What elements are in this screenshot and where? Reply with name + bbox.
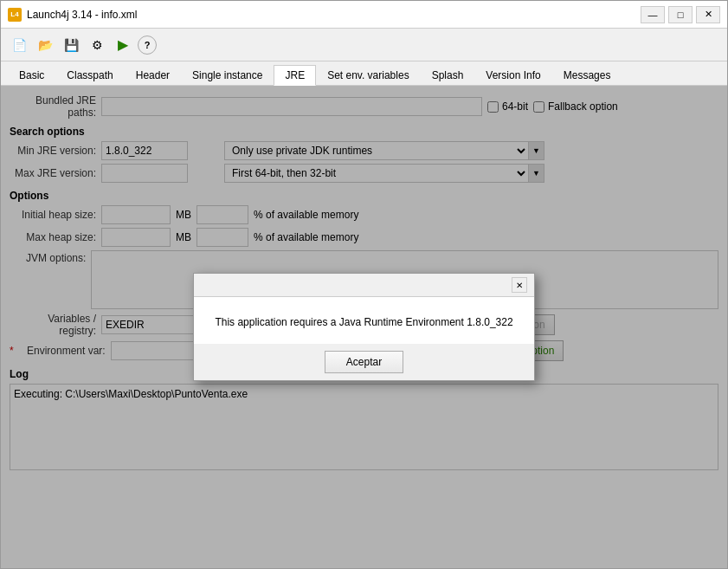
tab-header[interactable]: Header: [125, 65, 181, 85]
new-button[interactable]: 📄: [8, 34, 30, 56]
modal-overlay: ✕ This application requires a Java Runti…: [1, 86, 727, 568]
modal-footer: Aceptar: [194, 344, 533, 380]
tab-splash[interactable]: Splash: [421, 65, 475, 85]
modal-dialog: ✕ This application requires a Java Runti…: [193, 273, 534, 381]
open-button[interactable]: 📂: [34, 34, 56, 56]
app-icon: L4: [8, 8, 22, 22]
tab-version-info[interactable]: Version Info: [474, 65, 551, 85]
modal-close-button[interactable]: ✕: [512, 277, 527, 293]
titlebar: L4 Launch4j 3.14 - info.xml — □ ✕: [1, 1, 727, 29]
window-controls: — □ ✕: [641, 6, 720, 23]
maximize-button[interactable]: □: [668, 6, 693, 23]
save-button[interactable]: 💾: [60, 34, 82, 56]
main-content: Bundled JRE paths: 64-bit Fallback optio…: [1, 86, 727, 568]
modal-ok-button[interactable]: Aceptar: [325, 351, 403, 373]
tab-single-instance[interactable]: Single instance: [181, 65, 274, 85]
main-window: L4 Launch4j 3.14 - info.xml — □ ✕ 📄 📂 💾 …: [0, 0, 728, 569]
minimize-button[interactable]: —: [641, 6, 665, 23]
gear-button[interactable]: ⚙: [86, 34, 108, 56]
modal-message: This application requires a Java Runtime…: [215, 316, 512, 328]
tab-basic[interactable]: Basic: [8, 65, 55, 85]
tab-messages[interactable]: Messages: [552, 65, 622, 85]
help-button[interactable]: ?: [138, 36, 157, 55]
tab-jre[interactable]: JRE: [274, 65, 316, 86]
modal-body: This application requires a Java Runtime…: [194, 297, 533, 344]
tab-bar: Basic Classpath Header Single instance J…: [1, 61, 727, 86]
tab-set-env-variables[interactable]: Set env. variables: [316, 65, 421, 85]
window-title: Launch4j 3.14 - info.xml: [27, 9, 641, 21]
run-button[interactable]: ▶: [112, 34, 134, 56]
toolbar: 📄 📂 💾 ⚙ ▶ ?: [1, 29, 727, 61]
tab-classpath[interactable]: Classpath: [55, 65, 124, 85]
close-button[interactable]: ✕: [696, 6, 720, 23]
modal-titlebar: ✕: [194, 274, 533, 297]
